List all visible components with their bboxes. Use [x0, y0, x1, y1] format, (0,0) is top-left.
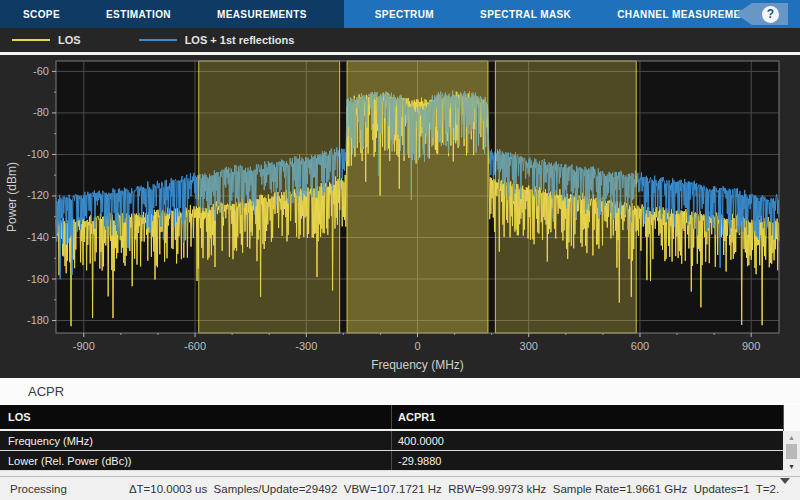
tab-scope[interactable]: SCOPE	[0, 0, 83, 28]
help-icon[interactable]: ?	[762, 6, 779, 23]
acpr-table-main: LOSACPR1Frequency (MHz)400.0000Lower (Re…	[0, 405, 783, 472]
x-tick-label: 900	[742, 340, 760, 352]
column-header-acpr1[interactable]: ACPR1	[391, 405, 783, 429]
row-label: Lower (Rel. Power (dBc))	[0, 451, 391, 470]
legend-bar: LOSLOS + 1st reflections	[0, 28, 800, 52]
tab-spectral-mask[interactable]: SPECTRAL MASK	[457, 0, 594, 28]
acpr-table-header-row: LOSACPR1	[0, 405, 783, 431]
acpr-title-label: ACPR	[28, 384, 64, 399]
legend-line-swatch	[12, 39, 50, 41]
collapse-panel-icon[interactable]	[780, 484, 792, 496]
tab-measurements[interactable]: MEASUREMENTS	[194, 0, 330, 28]
spectrum-plot-panel[interactable]: -900-600-3000300600900-180-160-140-120-1…	[0, 55, 800, 378]
row-label: Frequency (MHz)	[0, 431, 391, 450]
x-tick-label: 0	[414, 340, 420, 352]
x-tick-label: 600	[631, 340, 649, 352]
band-main-channel	[347, 61, 488, 333]
x-tick-label: -300	[295, 340, 317, 352]
y-axis-label: Power (dBm)	[5, 162, 19, 232]
y-tick-label: -160	[27, 273, 49, 285]
scrollbar-thumb[interactable]	[786, 444, 797, 459]
band-adjacent-channel-upper	[495, 61, 636, 333]
scrollbar-down-icon[interactable]: ▼	[783, 460, 800, 472]
y-tick-label: -180	[27, 314, 49, 326]
legend-label: LOS + 1st reflections	[185, 34, 295, 46]
legend-label: LOS	[58, 34, 81, 46]
y-tick-label: -60	[33, 65, 49, 77]
x-tick-label: -900	[73, 340, 95, 352]
tabbar-selected-group: SPECTRUMSPECTRAL MASKCHANNEL MEASUREMENT…	[344, 0, 800, 28]
table-row[interactable]: Lower (Rel. Power (dBc))-29.9880	[0, 451, 783, 471]
acpr-table: LOSACPR1Frequency (MHz)400.0000Lower (Re…	[0, 404, 800, 472]
scrollbar-header-gap	[783, 405, 800, 431]
acpr-table-scrollbar[interactable]: ▲ ▼	[783, 405, 800, 472]
row-value: 400.0000	[391, 431, 783, 450]
tab-estimation[interactable]: ESTIMATION	[83, 0, 194, 28]
legend-line-swatch	[139, 39, 177, 41]
column-header-los[interactable]: LOS	[0, 405, 391, 429]
y-tick-label: -120	[27, 189, 49, 201]
x-tick-label: 300	[520, 340, 538, 352]
legend-item-los-1st-reflections[interactable]: LOS + 1st reflections	[139, 34, 295, 46]
band-adjacent-channel-lower	[199, 61, 340, 333]
y-tick-label: -80	[33, 106, 49, 118]
tabbar-left-group: SCOPEESTIMATIONMEASUREMENTS	[0, 0, 330, 28]
legend-item-los[interactable]: LOS	[12, 34, 81, 46]
status-bar: Processing ΔT=10.0003 us Samples/Update=…	[0, 476, 800, 500]
scrollbar-up-icon[interactable]: ▲	[783, 431, 800, 443]
x-axis-label: Frequency (MHz)	[371, 358, 464, 372]
table-row[interactable]: Frequency (MHz)400.0000	[0, 431, 783, 451]
status-metrics: ΔT=10.0003 us Samples/Update=29492 VBW=1…	[129, 483, 779, 495]
y-tick-label: -140	[27, 231, 49, 243]
spectrum-chart[interactable]: -900-600-3000300600900-180-160-140-120-1…	[0, 55, 800, 378]
acpr-panel-title: ACPR	[0, 378, 800, 404]
toolstrip-tabbar: SCOPEESTIMATIONMEASUREMENTS SPECTRUMSPEC…	[0, 0, 800, 28]
status-state: Processing	[10, 483, 67, 495]
x-tick-label: -600	[184, 340, 206, 352]
tab-spectrum[interactable]: SPECTRUM	[352, 0, 457, 28]
row-value: -29.9880	[391, 451, 783, 470]
spectrum-analyzer-window: SCOPEESTIMATIONMEASUREMENTS SPECTRUMSPEC…	[0, 0, 800, 500]
y-tick-label: -100	[27, 148, 49, 160]
